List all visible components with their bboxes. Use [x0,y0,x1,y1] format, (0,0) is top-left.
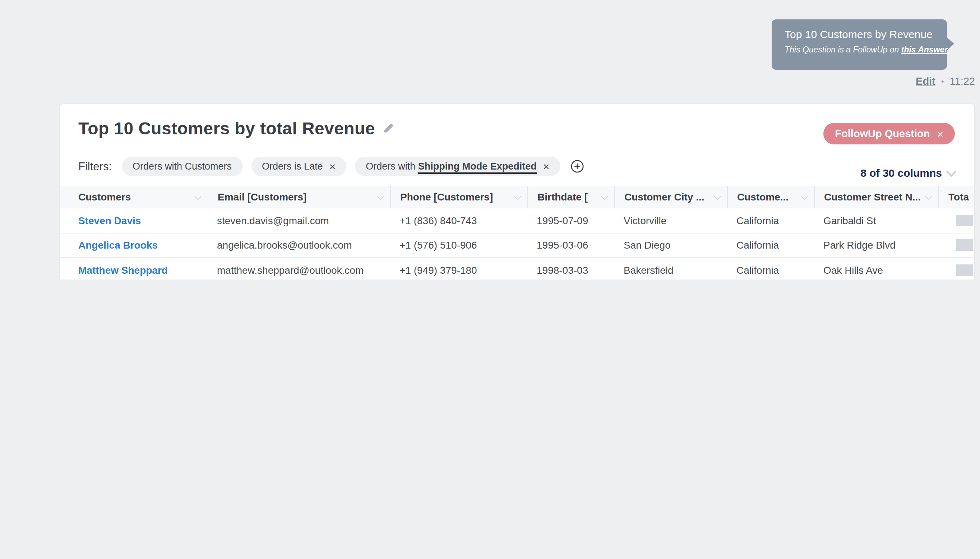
table-row: Angelica Brooks angelica.brooks@outlook.… [59,233,974,258]
filter-pill-shipping-mode-expedited[interactable]: Orders with Shipping Mode Expedited× [355,157,560,176]
cell-email: matthew.sheppard@outlook.com [208,265,390,276]
column-header-label: Customers [78,191,131,203]
timestamp: 11:22 [950,76,975,87]
chevron-down-icon[interactable] [194,193,202,200]
tooltip-title: Top 10 Customers by Revenue [785,28,934,40]
chevron-down-icon[interactable] [601,193,608,200]
filter-text: Orders with Customers [132,161,232,172]
chevron-down-icon[interactable] [801,193,808,200]
cell-email: steven.davis@gmail.com [208,215,390,227]
filter-text: Orders with Shipping Mode Expedited [366,161,537,172]
customer-link[interactable]: Angelica Brooks [78,240,158,251]
column-header-total[interactable]: Tota [938,186,974,208]
column-header-street[interactable]: Customer Street N... [814,186,938,208]
followup-question-badge[interactable]: FollowUp Question × [823,123,955,144]
page-title: Top 10 Customers by total Revenue [78,119,375,139]
add-filter-icon[interactable] [570,159,584,173]
column-header-label: Phone [Customers] [400,191,493,203]
cell-birthdate: 1995-03-06 [527,240,614,251]
cell-city: San Diego [614,240,727,251]
column-header-label: Customer City ... [625,191,704,203]
column-header-state[interactable]: Custome... [727,186,814,208]
close-icon[interactable]: × [543,160,550,172]
chevron-down-icon[interactable] [714,193,721,200]
filters-label: Filters: [78,160,112,173]
cell-phone: +1 (949) 379-180 [390,265,527,276]
this-answer-link[interactable]: this Answer [901,45,948,54]
cell-street: Oak Hills Ave [814,265,938,276]
value-placeholder [956,215,973,227]
cell-birthdate: 1995-07-09 [527,215,614,227]
cell-city: Bakersfield [614,265,727,276]
answer-card: Top 10 Customers by total Revenue Follow… [59,104,974,280]
cell-city: Victorville [614,215,727,227]
table-row: Steven Davis steven.davis@gmail.com +1 (… [59,208,974,233]
results-table: Customers Email [Customers] Phone [Custo… [59,186,974,280]
tooltip-subtitle-text: This Question is a FollowUp on [785,45,901,54]
cell-name: Matthew Sheppard [59,265,208,276]
cell-street: Park Ridge Blvd [814,240,938,251]
cell-state: California [727,240,814,251]
answer-meta: Edit • 11:22 [916,76,975,87]
customer-link[interactable]: Steven Davis [78,215,141,227]
followup-tooltip: Top 10 Customers by Revenue This Questio… [772,20,947,70]
column-header-phone[interactable]: Phone [Customers] [390,186,527,208]
cell-street: Garibaldi St [814,215,938,227]
app: Top 10 Customers by Revenue This Questio… [0,0,980,280]
cell-name: Steven Davis [59,215,208,227]
filter-text-prefix: Orders with [366,161,418,172]
filter-pill-orders-is-late[interactable]: Orders is Late× [251,157,346,176]
column-header-birthdate[interactable]: Birthdate [ [527,186,614,208]
title-row: Top 10 Customers by total Revenue [78,119,394,139]
customer-link[interactable]: Matthew Sheppard [78,265,168,276]
edit-title-icon[interactable] [383,123,394,137]
value-placeholder [956,265,973,276]
value-placeholder [956,240,973,251]
cell-email: angelica.brooks@outlook.com [208,240,390,251]
tooltip-arrow [947,37,954,50]
cell-state: California [727,215,814,227]
cell-total [938,265,974,276]
dot-separator: • [941,77,944,86]
column-header-email[interactable]: Email [Customers] [208,186,390,208]
cell-total [938,215,974,227]
cell-name: Angelica Brooks [59,240,208,251]
cell-total [938,240,974,251]
chevron-down-icon[interactable] [377,193,384,200]
filters-row: Filters: Orders with Customers Orders is… [78,157,584,176]
chevron-down-icon[interactable] [514,193,521,200]
column-header-label: Custome... [737,191,788,203]
filter-pill-orders-with-customers[interactable]: Orders with Customers [122,157,243,176]
cell-phone: +1 (576) 510-906 [390,240,527,251]
column-header-customers[interactable]: Customers [59,186,208,208]
column-header-label: Birthdate [ [537,191,588,203]
tooltip-subtitle: This Question is a FollowUp on this Answ… [785,45,934,54]
column-header-label: Email [Customers] [218,191,306,203]
table-row: Matthew Sheppard matthew.sheppard@outloo… [59,258,974,280]
columns-selector-label: 8 of 30 columns [860,167,942,179]
chevron-down-icon [946,166,956,176]
table-header-row: Customers Email [Customers] Phone [Custo… [59,186,974,208]
edit-link[interactable]: Edit [916,76,935,87]
cell-birthdate: 1998-03-03 [527,265,614,276]
cell-state: California [727,265,814,276]
filter-text: Orders is Late [262,161,323,172]
filter-value-link[interactable]: Shipping Mode Expedited [418,161,537,174]
followup-question-label: FollowUp Question [835,128,930,139]
cell-phone: +1 (836) 840-743 [390,215,527,227]
close-icon[interactable]: × [937,127,944,140]
close-icon[interactable]: × [329,160,336,172]
chevron-down-icon[interactable] [925,193,932,200]
column-header-city[interactable]: Customer City ... [614,186,727,208]
column-header-label: Tota [949,191,969,203]
column-header-label: Customer Street N... [824,191,921,203]
columns-selector[interactable]: 8 of 30 columns [860,167,955,179]
